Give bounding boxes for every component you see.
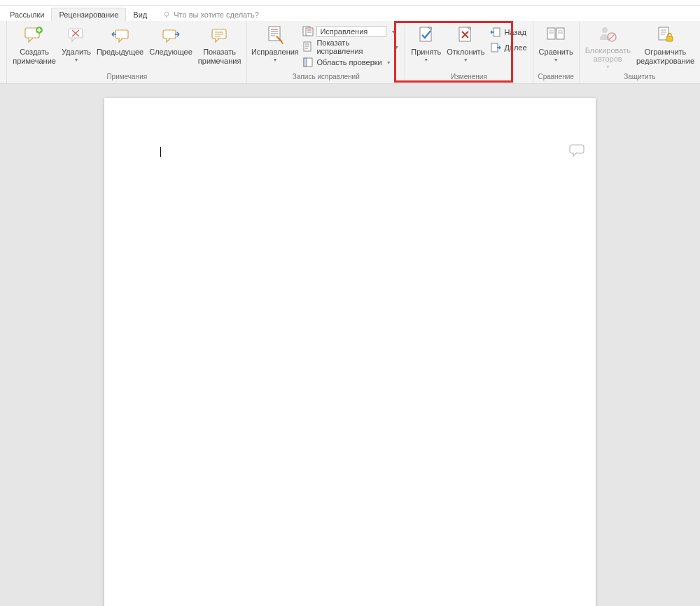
lightbulb-icon: [162, 10, 171, 19]
group-leading-cut: [0, 21, 7, 83]
next-comment-label: Следующее: [149, 48, 192, 57]
svg-rect-25: [304, 58, 307, 66]
reviewing-pane-label: Область проверки: [316, 58, 382, 66]
group-protect-label: Защитить: [582, 73, 697, 82]
reviewing-pane-icon: [302, 57, 314, 68]
chevron-down-icon: ▼: [424, 57, 428, 63]
accept-label: Принять: [411, 48, 441, 57]
new-comment-button[interactable]: Создать примечание: [10, 22, 59, 71]
group-changes-label: Изменения: [408, 73, 529, 82]
chevron-down-icon: ▼: [391, 29, 396, 34]
svg-point-0: [164, 12, 169, 16]
chevron-down-icon: ▼: [74, 57, 78, 63]
text-cursor: [160, 147, 161, 157]
tab-view[interactable]: Вид: [126, 8, 154, 21]
show-comments-label: Показать примечания: [198, 48, 241, 65]
accept-icon: [417, 24, 435, 46]
restrict-editing-button[interactable]: Ограничить редактирование: [634, 22, 697, 71]
next-change-button[interactable]: Далее: [489, 41, 528, 55]
chevron-down-icon: ▼: [394, 45, 399, 50]
next-comment-button[interactable]: Следующее: [146, 22, 195, 71]
show-comments-icon: [210, 24, 230, 46]
chevron-down-icon: ▼: [606, 64, 610, 70]
tab-review[interactable]: Рецензирование: [51, 8, 126, 21]
svg-rect-31: [556, 28, 564, 39]
delete-comment-icon: [66, 24, 86, 46]
group-compare: Сравнить ▼ Сравнение: [533, 21, 580, 83]
group-changes: Принять ▼ Отклонить ▼ Назад: [405, 21, 533, 83]
accept-button[interactable]: Принять ▼: [408, 22, 444, 71]
new-comment-label: Создать примечание: [13, 48, 56, 65]
next-change-label: Далее: [504, 43, 526, 52]
track-changes-label: Исправления: [251, 48, 299, 57]
show-markup-dropdown[interactable]: Показать исправления ▼: [301, 40, 400, 54]
previous-change-label: Назад: [504, 28, 526, 36]
svg-line-38: [609, 34, 615, 40]
new-comment-icon: [24, 24, 44, 46]
track-changes-icon: [265, 24, 285, 46]
restrict-editing-label: Ограничить редактирование: [636, 48, 694, 65]
show-comments-button[interactable]: Показать примечания: [195, 22, 244, 71]
restrict-editing-icon: [655, 24, 675, 46]
svg-rect-43: [666, 36, 673, 41]
group-tracking: Исправления ▼ Исправления ▼ Показать исп…: [247, 21, 405, 83]
tell-me-search[interactable]: Что вы хотите сделать?: [154, 8, 266, 21]
svg-rect-1: [166, 16, 167, 17]
reject-label: Отклонить: [447, 48, 484, 57]
block-authors-label: Блокировать авторов: [585, 46, 631, 64]
reject-icon: [456, 24, 475, 46]
svg-rect-5: [115, 30, 128, 38]
display-mode-label: Исправления: [316, 26, 386, 37]
svg-rect-6: [163, 30, 176, 38]
svg-rect-30: [547, 28, 555, 39]
chevron-down-icon: ▼: [554, 57, 559, 63]
track-changes-button[interactable]: Исправления ▼: [250, 22, 300, 71]
next-comment-icon: [161, 24, 181, 46]
block-authors-icon: [598, 24, 617, 45]
comment-indicator-icon[interactable]: [569, 144, 584, 157]
show-markup-label: Показать исправления: [316, 38, 390, 55]
svg-rect-28: [493, 28, 500, 36]
delete-comment-button[interactable]: Удалить ▼: [59, 22, 94, 71]
delete-comment-label: Удалить: [62, 48, 91, 57]
document-workspace: [0, 84, 700, 606]
show-markup-icon: [302, 41, 314, 52]
reject-button[interactable]: Отклонить ▼: [444, 22, 487, 71]
chevron-down-icon: ▼: [386, 60, 391, 65]
display-for-review-dropdown[interactable]: Исправления ▼: [301, 24, 400, 38]
svg-rect-29: [491, 43, 498, 52]
display-mode-icon: [302, 26, 314, 37]
svg-rect-44: [570, 145, 584, 153]
svg-rect-26: [420, 27, 431, 41]
ribbon-tabs: Рассылки Рецензирование Вид Что вы хотит…: [0, 6, 700, 21]
chevron-down-icon: ▼: [463, 57, 468, 63]
group-comments-label: Примечания: [10, 73, 244, 82]
previous-change-icon: [490, 27, 501, 38]
group-protect: Блокировать авторов ▼ Ограничить редакти…: [580, 21, 700, 83]
tab-mailings[interactable]: Рассылки: [3, 8, 51, 21]
group-tracking-label: Запись исправлений: [250, 73, 402, 82]
group-compare-label: Сравнение: [536, 73, 576, 82]
title-bar: [0, 0, 700, 6]
previous-comment-button[interactable]: Предыдущее: [94, 22, 146, 71]
next-change-icon: [490, 42, 501, 53]
reviewing-pane-dropdown[interactable]: Область проверки ▼: [301, 55, 400, 69]
compare-button[interactable]: Сравнить ▼: [536, 22, 576, 71]
block-authors-button: Блокировать авторов ▼: [582, 22, 634, 71]
previous-comment-label: Предыдущее: [97, 48, 144, 57]
group-comments: Создать примечание Удалить ▼ Предыдущее: [7, 21, 247, 83]
previous-comment-icon: [111, 24, 130, 46]
document-page[interactable]: [104, 98, 596, 606]
compare-label: Сравнить: [539, 48, 573, 57]
svg-point-36: [602, 27, 608, 33]
chevron-down-icon: ▼: [272, 57, 277, 63]
ribbon: Создать примечание Удалить ▼ Предыдущее: [0, 21, 700, 84]
compare-icon: [546, 24, 566, 46]
previous-change-button[interactable]: Назад: [489, 25, 528, 39]
tell-me-label: Что вы хотите сделать?: [174, 10, 259, 19]
